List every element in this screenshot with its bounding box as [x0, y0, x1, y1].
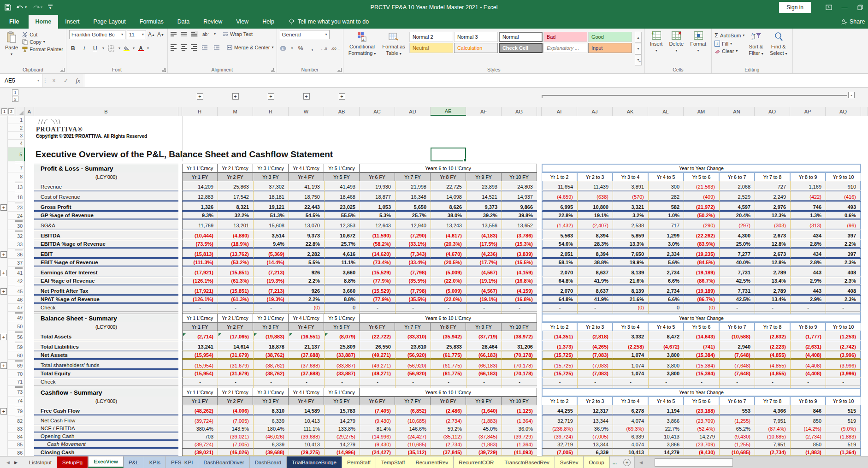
grid-cell[interactable]: 15,608	[253, 222, 289, 230]
grid-cell[interactable]	[25, 333, 34, 341]
grid-cell[interactable]	[25, 407, 34, 415]
grid-cell[interactable]: 41,493	[324, 183, 360, 191]
grid-cell[interactable]: (7,798)	[395, 287, 431, 296]
fy-column-header[interactable]: Yr 2 FY	[218, 397, 253, 405]
row-header[interactable]: 3	[8, 132, 25, 140]
yoy-column-header[interactable]: Yr 3 to 4	[613, 397, 648, 405]
grid-cell[interactable]: (4,265)	[577, 343, 613, 351]
row-label[interactable]: Net Cash Flow	[34, 417, 178, 425]
column-header-h[interactable]: H	[182, 107, 218, 116]
yoy-column-header[interactable]: Yr 4 to 5	[648, 322, 684, 331]
grid-cell[interactable]: 37,302	[253, 183, 289, 191]
grid-cell[interactable]: (4,672)	[648, 343, 684, 351]
grid-cell[interactable]: 55.5%	[324, 212, 360, 220]
grid-cell[interactable]: 143.5%	[218, 425, 253, 433]
grid-cell[interactable]: (16.8%)	[502, 296, 537, 304]
grid-cell[interactable]: 65.2%	[719, 425, 755, 433]
grid-cell[interactable]: -	[395, 378, 431, 386]
grid-cell[interactable]: 19.9%	[613, 259, 648, 267]
grid-cell[interactable]: 14,589	[289, 407, 324, 415]
grid-cell[interactable]: 4,597	[719, 203, 755, 212]
merge-center-button[interactable]: Merge & Center▾	[227, 45, 274, 50]
grid-cell[interactable]: 9,866	[502, 203, 537, 212]
grid-cell[interactable]: 12.8%	[755, 259, 790, 267]
grid-cell[interactable]: 12,317	[577, 407, 613, 415]
grid-cell[interactable]: 32.2%	[218, 212, 253, 220]
grid-cell[interactable]: 111.1%	[289, 425, 324, 433]
column-header-ab[interactable]: AB	[324, 107, 360, 116]
yoy-column-header[interactable]: Yr 1 to 2	[542, 397, 577, 405]
grid-cell[interactable]: 6.6%	[648, 296, 684, 304]
grid-cell[interactable]: (20.5%)	[431, 259, 466, 267]
grid-cell[interactable]: (73.4%)	[360, 259, 395, 267]
grid-cell[interactable]: -	[719, 378, 755, 386]
scroll-left-arrow-icon[interactable]: ◀	[635, 460, 643, 465]
grid-cell[interactable]: 21.6%	[613, 296, 648, 304]
grid-cell[interactable]: (52.4%)	[684, 425, 719, 433]
grid-cell[interactable]: 7,731	[719, 269, 755, 277]
grid-cell[interactable]: (4,855)	[755, 370, 790, 378]
grid-cell[interactable]	[25, 378, 34, 386]
row-header[interactable]: 1	[8, 116, 25, 124]
grid-cell[interactable]: 22.8%	[542, 212, 577, 220]
grid-cell[interactable]: 2,538	[613, 222, 648, 230]
grid-cell[interactable]: (35,942)	[431, 333, 466, 341]
grid-cell[interactable]: 1,299	[648, 232, 684, 240]
grid-cell[interactable]: 24,803	[502, 183, 537, 191]
year-currency-header[interactable]: Yr 3 L'Crncy	[253, 314, 289, 322]
grid-cell[interactable]: (33.4%)	[395, 259, 431, 267]
grid-cell[interactable]	[25, 212, 34, 220]
grid-cell[interactable]: (11,590)	[360, 232, 395, 240]
row-label[interactable]: NPAT %age of Revenue	[34, 296, 178, 304]
grid-cell[interactable]: (19.3%)	[253, 296, 289, 304]
yoy-column-header[interactable]: Yr 2 to 3	[577, 322, 613, 331]
grid-cell[interactable]: (9,430)	[719, 433, 755, 441]
grid-cell[interactable]: (84.5%)	[684, 259, 719, 267]
column-header-w[interactable]: W	[289, 107, 324, 116]
fy-column-header[interactable]: Yr 6 FY	[360, 172, 395, 181]
undo-icon[interactable]: ▾	[17, 5, 27, 10]
row-header[interactable]: 69	[8, 361, 25, 370]
row-header[interactable]: 23	[8, 203, 25, 212]
row-header[interactable]: 8	[8, 172, 25, 181]
grid-cell[interactable]: 19.1%	[577, 212, 613, 220]
minimize-icon[interactable]: —	[837, 0, 852, 15]
yoy-column-header[interactable]: Yr 3 to 4	[613, 322, 648, 331]
row-label[interactable]: SG&A	[34, 222, 178, 230]
grid-cell[interactable]: 5.5%	[289, 259, 324, 267]
cell-style-normal-2[interactable]: Normal 2	[409, 32, 453, 42]
year-currency-header[interactable]: Yr 2 L'Crncy	[218, 388, 253, 397]
grid-cell[interactable]: -	[755, 304, 790, 312]
grid-cell[interactable]: 703	[182, 433, 218, 441]
grid-cell[interactable]: 5,650	[395, 203, 431, 212]
grid-cell[interactable]: (4,670)	[431, 250, 466, 259]
grid-cell[interactable]	[25, 343, 34, 351]
grid-cell[interactable]: 12,643	[360, 222, 395, 230]
yoy-column-header[interactable]: Yr 6 to 7	[719, 397, 755, 405]
grid-cell[interactable]: 23,893	[466, 183, 502, 191]
delete-cells-button[interactable]: Delete▾	[667, 30, 686, 65]
grid-cell[interactable]: 2,789	[755, 269, 790, 277]
grid-cell[interactable]: (2,742)	[826, 343, 861, 351]
row-header[interactable]: 4	[8, 140, 25, 148]
yoy-change-header[interactable]: Year to Year Change	[542, 164, 861, 172]
ribbon-display-options-icon[interactable]	[821, 0, 837, 15]
sheet-tab-p-l[interactable]: P&L	[124, 456, 144, 468]
years-6-10-header[interactable]: Years 6 to 10 L'Crncy	[360, 388, 537, 397]
ribbon-tab-review[interactable]: Review	[196, 15, 229, 29]
grid-cell[interactable]: 2.2%	[289, 277, 324, 285]
row-header[interactable]: 32	[8, 232, 25, 240]
grid-cell[interactable]: 16,348	[395, 193, 431, 201]
grid-cell[interactable]: -	[542, 378, 577, 386]
column-header-ap[interactable]: AP	[790, 107, 826, 116]
grid-cell[interactable]: -	[790, 304, 826, 312]
grid-cell[interactable]: (19,189)	[684, 287, 719, 296]
column-group-collapse-icon[interactable]: -	[848, 92, 855, 98]
grid-cell[interactable]: 2,734	[648, 269, 684, 277]
grid-cell[interactable]: 553	[719, 407, 755, 415]
grid-cell[interactable]: 3,660	[324, 287, 360, 296]
grid-cell[interactable]: 41,193	[289, 183, 324, 191]
grid-cell[interactable]: 0.6%	[826, 212, 861, 220]
grid-cell[interactable]: (14.2%)	[790, 425, 826, 433]
grid-cell[interactable]: (1,364)	[826, 449, 861, 456]
